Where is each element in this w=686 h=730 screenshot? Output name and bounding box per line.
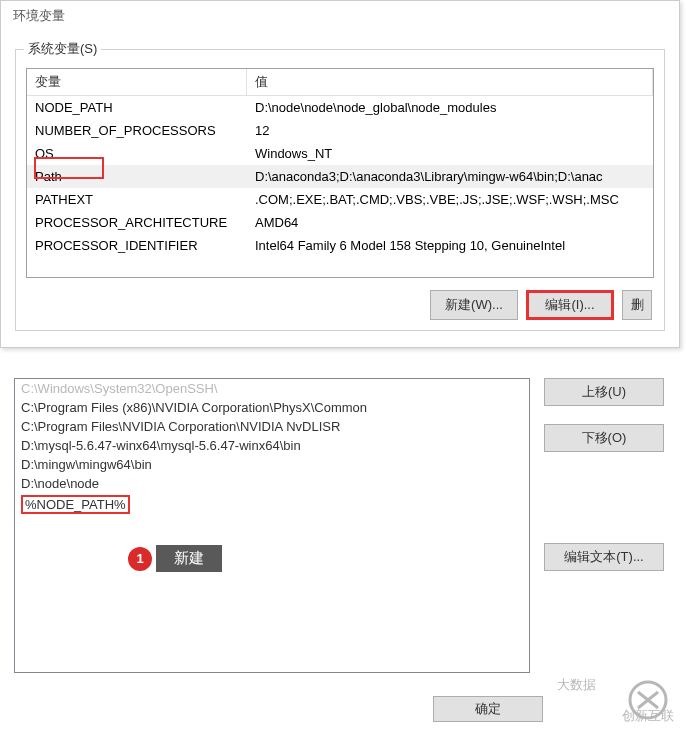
group-label: 系统变量(S) <box>24 40 101 58</box>
new-button[interactable]: 新建(W)... <box>430 290 518 320</box>
column-value[interactable]: 值 <box>247 69 653 95</box>
ok-button[interactable]: 确定 <box>433 696 543 722</box>
delete-button[interactable]: 删 <box>622 290 652 320</box>
var-name: PROCESSOR_ARCHITECTURE <box>27 213 247 232</box>
var-value: AMD64 <box>247 213 653 232</box>
table-row[interactable]: OS Windows_NT <box>27 142 653 165</box>
list-item[interactable]: C:\Windows\System32\OpenSSH\ <box>15 379 529 398</box>
lower-button-column: 上移(U) 下移(O) 编辑文本(T)... <box>544 378 664 673</box>
system-variables-group: 系统变量(S) 变量 值 NODE_PATH D:\node\node\node… <box>15 49 665 331</box>
svg-text:创新互联: 创新互联 <box>622 708 674 722</box>
var-name: OS <box>27 144 247 163</box>
move-down-button[interactable]: 下移(O) <box>544 424 664 452</box>
window-title: 环境变量 <box>1 1 679 31</box>
list-item[interactable]: D:\mysql-5.6.47-winx64\mysql-5.6.47-winx… <box>15 436 529 455</box>
table-row[interactable]: NUMBER_OF_PROCESSORS 12 <box>27 119 653 142</box>
edit-button[interactable]: 编辑(I)... <box>526 290 614 320</box>
list-item[interactable]: C:\Program Files (x86)\NVIDIA Corporatio… <box>15 398 529 417</box>
var-name: PATHEXT <box>27 190 247 209</box>
watermark-text: 大数据 <box>557 676 596 694</box>
table-row[interactable]: NODE_PATH D:\node\node\node_global\node_… <box>27 96 653 119</box>
svg-point-0 <box>630 682 666 718</box>
var-name: NODE_PATH <box>27 98 247 117</box>
var-name: PROCESSOR_IDENTIFIER <box>27 236 247 255</box>
list-item[interactable]: C:\Program Files\NVIDIA Corporation\NVID… <box>15 417 529 436</box>
variables-table[interactable]: 变量 值 NODE_PATH D:\node\node\node_global\… <box>26 68 654 278</box>
table-header: 变量 值 <box>27 69 653 96</box>
column-variable[interactable]: 变量 <box>27 69 247 95</box>
list-item[interactable]: D:\mingw\mingw64\bin <box>15 455 529 474</box>
list-item[interactable]: D:\node\node <box>15 474 529 493</box>
var-name: NUMBER_OF_PROCESSORS <box>27 121 247 140</box>
move-up-button[interactable]: 上移(U) <box>544 378 664 406</box>
path-editor-area: C:\Windows\System32\OpenSSH\ C:\Program … <box>14 378 674 673</box>
table-row[interactable]: PATHEXT .COM;.EXE;.BAT;.CMD;.VBS;.VBE;.J… <box>27 188 653 211</box>
var-value: 12 <box>247 121 653 140</box>
var-value: Windows_NT <box>247 144 653 163</box>
edit-text-button[interactable]: 编辑文本(T)... <box>544 543 664 571</box>
table-row[interactable]: PROCESSOR_IDENTIFIER Intel64 Family 6 Mo… <box>27 234 653 257</box>
var-value: Intel64 Family 6 Model 158 Stepping 10, … <box>247 236 653 255</box>
watermark-logo-icon: 创新互联 <box>618 678 678 722</box>
var-value: .COM;.EXE;.BAT;.CMD;.VBS;.VBE;.JS;.JSE;.… <box>247 190 653 209</box>
table-row-path[interactable]: Path D:\anaconda3;D:\anaconda3\Library\m… <box>27 165 653 188</box>
list-item-nodepath[interactable]: %NODE_PATH% <box>15 493 529 516</box>
var-value: D:\anaconda3;D:\anaconda3\Library\mingw-… <box>247 167 653 186</box>
table-row[interactable]: PROCESSOR_ARCHITECTURE AMD64 <box>27 211 653 234</box>
var-name: Path <box>27 167 247 186</box>
path-list[interactable]: C:\Windows\System32\OpenSSH\ C:\Program … <box>14 378 530 673</box>
var-value: D:\node\node\node_global\node_modules <box>247 98 653 117</box>
button-row: 新建(W)... 编辑(I)... 删 <box>26 290 654 320</box>
